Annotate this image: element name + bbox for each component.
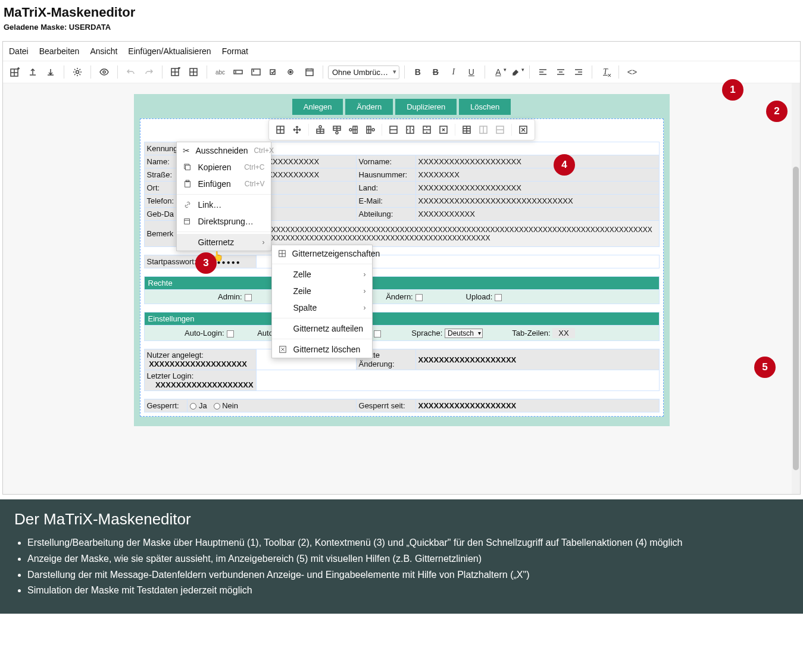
redo-icon[interactable] — [140, 64, 157, 80]
table-insert-icon[interactable] — [7, 64, 23, 80]
btn-loeschen[interactable]: Löschen — [459, 99, 511, 115]
svg-rect-22 — [306, 69, 313, 76]
lbl-vorname: Vorname: — [356, 155, 415, 168]
loaded-mask-label: Geladene Maske: USERDATA — [0, 23, 803, 37]
sm-col[interactable]: Spalte› — [272, 299, 372, 316]
calendar-icon[interactable] — [301, 64, 318, 80]
text-color-icon[interactable]: A▾ — [490, 64, 507, 80]
chk-autologin[interactable] — [227, 330, 234, 337]
svg-rect-73 — [184, 219, 189, 224]
chk-newsletter[interactable] — [374, 330, 381, 337]
qb-split-v-icon[interactable] — [419, 122, 435, 137]
val-hausnr[interactable]: XXXXXXXX — [415, 168, 659, 182]
download-icon[interactable] — [42, 64, 59, 80]
toolbar: abc Ohne Umbrüc… B B I U A▾ ▾ T✕ <> — [3, 61, 800, 83]
textarea-icon[interactable] — [248, 64, 264, 80]
gear-icon[interactable] — [69, 64, 86, 80]
table-plus-icon[interactable] — [167, 64, 184, 80]
menu-format[interactable]: Format — [222, 46, 248, 56]
align-center-icon[interactable] — [552, 64, 569, 80]
chk-aendern[interactable] — [415, 294, 423, 301]
qb-row-after-icon[interactable] — [329, 122, 345, 137]
align-right-icon[interactable] — [570, 64, 587, 80]
chk-admin[interactable] — [245, 294, 252, 301]
qb-move-icon[interactable] — [289, 122, 305, 137]
sel-sprache[interactable]: Deutsch — [445, 329, 483, 338]
qb-row-before-icon[interactable] — [313, 122, 328, 137]
desc-b4: Simulation der Maske mit Testdaten jeder… — [27, 583, 789, 598]
lbl-land: Land: — [356, 182, 415, 195]
sm-split[interactable]: Gitternetz aufteilen — [272, 320, 372, 337]
svg-point-21 — [290, 71, 292, 73]
qb-split-h-icon[interactable] — [402, 122, 418, 137]
canvas-area: Anlegen Ändern Duplizieren Löschen — [3, 83, 800, 494]
val-vorname[interactable]: XXXXXXXXXXXXXXXXXXXX — [415, 155, 659, 168]
qb-delete-cell-icon[interactable] — [436, 122, 451, 137]
btn-aendern[interactable]: Ändern — [345, 99, 393, 115]
undo-icon[interactable] — [123, 64, 139, 80]
radio-nein[interactable] — [214, 403, 220, 410]
table-icon[interactable] — [185, 64, 202, 80]
highlight-icon[interactable]: ▾ — [508, 64, 524, 80]
checkbox-icon[interactable] — [265, 64, 282, 80]
underline-icon[interactable]: U — [463, 64, 480, 80]
val-lastchg: XXXXXXXXXXXXXXXXXXX — [418, 355, 517, 364]
sm-cell[interactable]: Zelle› — [272, 266, 372, 283]
desc-b2: Anzeige der Maske, wie sie später aussie… — [27, 552, 789, 567]
btn-duplizieren[interactable]: Duplizieren — [395, 99, 457, 115]
val-land[interactable]: XXXXXXXXXXXXXXXXXXXX — [415, 182, 659, 195]
sm-row[interactable]: Zeile› — [272, 283, 372, 299]
cm-copy[interactable]: KopierenCtrl+C — [177, 159, 271, 176]
qb-col-after-icon[interactable] — [363, 122, 378, 137]
cm-link[interactable]: Link… — [177, 196, 271, 213]
wrap-select[interactable]: Ohne Umbrüc… — [328, 65, 399, 79]
upload-icon[interactable] — [24, 64, 41, 80]
qb-grid3-icon[interactable] — [492, 122, 508, 137]
qb-table-icon[interactable] — [273, 122, 288, 137]
val-email[interactable]: XXXXXXXXXXXXXXXXXXXXXXXXXXXXXX — [415, 195, 659, 208]
qb-delete-table-icon[interactable] — [515, 122, 531, 137]
input-icon[interactable] — [230, 64, 246, 80]
val-abteilung[interactable]: XXXXXXXXXXX — [415, 208, 659, 221]
description-panel: Der MaTriX-Maskeneditor Erstellung/Bearb… — [0, 499, 803, 614]
val-tabz[interactable]: XX — [552, 328, 574, 338]
bold-icon[interactable]: B — [410, 64, 426, 80]
scrollbar[interactable] — [792, 83, 800, 494]
clear-format-icon[interactable]: T✕ — [597, 64, 614, 80]
callout-1: 1 — [722, 79, 743, 101]
cm-cut[interactable]: ✂AusschneidenCtrl+X — [177, 142, 271, 159]
grid-icon — [278, 249, 286, 258]
menu-bearbeiten[interactable]: Bearbeiten — [39, 46, 80, 56]
sm-props[interactable]: Gitternetzeigenschaften — [272, 245, 372, 262]
qb-grid1-icon[interactable] — [459, 122, 474, 137]
svg-point-53 — [372, 129, 374, 131]
menu-datei[interactable]: Datei — [9, 46, 29, 56]
italic-icon[interactable]: I — [445, 64, 462, 80]
lbl-sprache: Sprache: — [383, 329, 442, 337]
sm-delete[interactable]: Gitternetz löschen — [272, 341, 372, 358]
code-icon[interactable]: <> — [624, 64, 640, 80]
clipboard-icon — [183, 179, 192, 189]
cm-paste[interactable]: EinfügenCtrl+V — [177, 176, 271, 192]
cm-jump[interactable]: Direktsprung… — [177, 213, 271, 230]
btn-anlegen[interactable]: Anlegen — [292, 99, 343, 115]
abc-icon[interactable]: abc — [212, 64, 229, 80]
menubar: Datei Bearbeiten Ansicht Einfügen/Aktual… — [3, 42, 800, 61]
lbl-angelegt: Nutzer angelegt: XXXXXXXXXXXXXXXXXXX — [144, 349, 256, 370]
callout-5: 5 — [754, 357, 776, 378]
preview-icon[interactable] — [96, 64, 113, 80]
qb-col-before-icon[interactable] — [346, 122, 361, 137]
strike-icon[interactable]: B — [427, 64, 444, 80]
align-left-icon[interactable] — [535, 64, 551, 80]
radio-ja[interactable] — [190, 403, 196, 410]
callout-4: 4 — [554, 154, 575, 176]
menu-einfuegen[interactable]: Einfügen/Aktualisieren — [128, 46, 211, 56]
chk-upload[interactable] — [495, 294, 502, 301]
qb-merge-icon[interactable] — [386, 122, 401, 137]
cm-grid[interactable]: Gitternetz› — [177, 234, 271, 251]
desc-b1: Erstellung/Bearbeitung der Maske über Ha… — [27, 536, 789, 551]
radio-icon[interactable] — [283, 64, 300, 80]
menu-ansicht[interactable]: Ansicht — [90, 46, 117, 56]
chevron-right-icon: › — [263, 238, 265, 246]
qb-grid2-icon[interactable] — [476, 122, 491, 137]
